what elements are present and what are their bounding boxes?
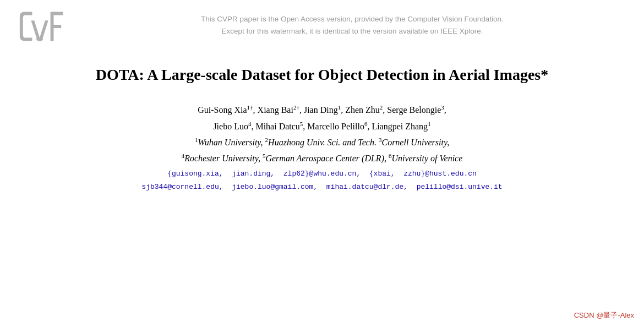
authors-line-2: Jiebo Luo4, Mihai Datcu5, Marcello Pelil… — [141, 119, 502, 134]
email-line-1: {guisong.xia, jian.ding, zlp62}@whu.edu.… — [141, 168, 502, 180]
page-container: This CVPR paper is the Open Access versi… — [0, 0, 644, 327]
affil-rochester: Rochester University, — [184, 154, 263, 163]
author-xia: Gui-Song Xia — [198, 105, 247, 115]
author-datcu: , Mihai Datcu — [251, 122, 299, 131]
author-zhu: , Zhen Zhu — [341, 105, 380, 115]
email-line-2: sjb344@cornell.edu, jiebo.luo@gmail.com,… — [141, 181, 502, 193]
author-xia-sup: 1† — [247, 104, 253, 111]
author-pelillo: , Marcello Pelillo — [303, 122, 364, 131]
header-notice: This CVPR paper is the Open Access versi… — [77, 10, 627, 37]
author-bai-sup: 2† — [293, 104, 299, 111]
header-bar: This CVPR paper is the Open Access versi… — [0, 0, 644, 48]
author-zhang: , Liangpei Zhang — [367, 122, 428, 131]
affil-cornell: Cornell University, — [381, 138, 449, 147]
affiliations-line-2: 4Rochester University, 5German Aerospace… — [141, 151, 502, 166]
author-luo: Jiebo Luo — [213, 122, 248, 131]
paper-title: DOTA: A Large-scale Dataset for Object D… — [96, 65, 548, 85]
author-ding: , Jian Ding — [299, 105, 338, 115]
author-zhang-sup: 1 — [428, 120, 431, 127]
affiliations-line-1: 1Wuhan University, 2Huazhong Univ. Sci. … — [141, 135, 502, 150]
affil-venice: University of Venice — [391, 154, 462, 163]
affil-dlr: German Aerospace Center (DLR), — [265, 154, 389, 163]
cvf-logo — [17, 10, 66, 43]
author-bai: , Xiang Bai — [253, 105, 293, 115]
main-content: DOTA: A Large-scale Dataset for Object D… — [0, 48, 644, 193]
authors-block: Gui-Song Xia1†, Xiang Bai2†, Jian Ding1,… — [141, 102, 502, 193]
author-belongie: , Serge Belongie — [383, 105, 441, 115]
affil-hust: Huazhong Univ. Sci. and Tech. — [268, 138, 379, 147]
csdn-watermark: CSDN @量子-Alex — [574, 310, 634, 320]
affil-wuhan: Wuhan University, — [198, 138, 265, 147]
authors-line1-comma: , — [444, 105, 446, 115]
authors-line-1: Gui-Song Xia1†, Xiang Bai2†, Jian Ding1,… — [141, 102, 502, 117]
